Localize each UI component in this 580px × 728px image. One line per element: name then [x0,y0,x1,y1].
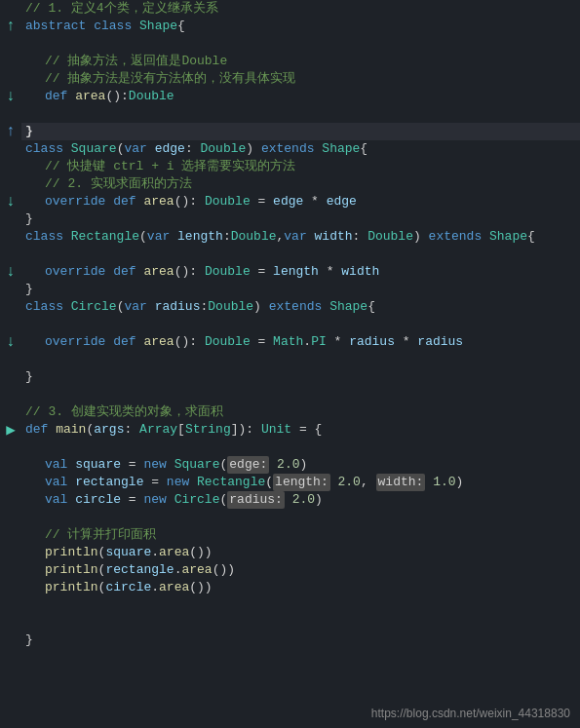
gutter-2[interactable]: ↑ [0,18,21,35]
gutter-4 [0,53,21,70]
line-34: println(circle.area()) [21,579,580,596]
highlight-edge: edge: [227,456,269,474]
line-13: } [21,211,580,228]
gutter-30 [0,509,21,526]
line-37: } [21,632,580,649]
gutter-35 [0,596,21,614]
gutter-31 [0,526,21,544]
gutter-12[interactable]: ↓ [0,193,21,211]
gutter-5 [0,70,21,88]
gutter-36 [0,614,21,632]
gutter-14 [0,228,21,246]
gutter-1 [0,0,21,18]
highlight-width: width: [376,474,426,491]
line-20: override def area(): Double = Math.PI * … [21,333,580,351]
gutter-24 [0,403,21,421]
highlight-length: length: [273,474,330,491]
gutter-19 [0,316,21,333]
gutter-28 [0,474,21,491]
line-35 [21,596,580,614]
line-32: println(square.area()) [21,544,580,561]
line-15 [21,246,580,263]
line-4: // 抽象方法，返回值是Double [21,53,580,70]
gutter-34 [0,579,21,596]
line-3 [21,35,580,53]
gutter-23 [0,386,21,403]
gutter-6[interactable]: ↓ [0,88,21,105]
gutter-20[interactable]: ↓ [0,333,21,351]
code-area: ↑ ↓ ↑ ↓ [0,0,580,728]
gutter-11 [0,175,21,193]
line-28: val rectangle = new Rectangle(length: 2.… [21,474,580,491]
line-14: class Rectangle(var length:Double,var wi… [21,228,580,246]
line-7 [21,105,580,123]
line-23 [21,386,580,403]
gutter-21 [0,351,21,368]
gutter-8[interactable]: ↑ [0,123,21,140]
gutter-16[interactable]: ↓ [0,263,21,281]
left-gutter: ↑ ↓ ↑ ↓ [0,0,21,728]
line-31: // 计算并打印面积 [21,526,580,544]
gutter-9 [0,140,21,158]
gutter-22 [0,368,21,386]
line-27: val square = new Square(edge: 2.0) [21,456,580,474]
gutter-17 [0,281,21,298]
gutter-29 [0,491,21,509]
gutter-32 [0,544,21,561]
line-33: println(rectangle.area()) [21,561,580,579]
line-36 [21,614,580,632]
line-26 [21,439,580,456]
gutter-3 [0,35,21,53]
line-30 [21,509,580,526]
lines-container: // 1. 定义4个类，定义继承关系 abstract class Shape{… [21,0,580,728]
line-9: class Square(var edge: Double) extends S… [21,140,580,158]
line-6: def area():Double [21,88,580,105]
gutter-33 [0,561,21,579]
gutter-7 [0,105,21,123]
line-1: // 1. 定义4个类，定义继承关系 [21,0,580,18]
line-21 [21,351,580,368]
line-29: val circle = new Circle(radius: 2.0) [21,491,580,509]
editor: ↑ ↓ ↑ ↓ [0,0,580,728]
gutter-37 [0,632,21,649]
line-16: override def area(): Double = length * w… [21,263,580,281]
line-19 [21,316,580,333]
line-25: def main(args: Array[String]): Unit = { [21,421,580,439]
gutter-18 [0,298,21,316]
line-11: // 2. 实现求面积的方法 [21,175,580,193]
line-18: class Circle(var radius:Double) extends … [21,298,580,316]
line-5: // 抽象方法是没有方法体的，没有具体实现 [21,70,580,88]
watermark: https://blog.csdn.net/weixin_44318830 [371,707,570,720]
gutter-10 [0,158,21,175]
line-10: // 快捷键 ctrl + i 选择需要实现的方法 [21,158,580,175]
gutter-15 [0,246,21,263]
gutter-13 [0,211,21,228]
line-2: abstract class Shape{ [21,18,580,35]
gutter-27 [0,456,21,474]
line-12: override def area(): Double = edge * edg… [21,193,580,211]
line-24: // 3. 创建实现类的对象，求面积 [21,403,580,421]
line-17: } [21,281,580,298]
line-22: } [21,368,580,386]
highlight-radius: radius: [227,491,285,509]
line-8: } [21,123,580,140]
gutter-26 [0,439,21,456]
gutter-25-run[interactable]: ▶ [0,421,21,439]
